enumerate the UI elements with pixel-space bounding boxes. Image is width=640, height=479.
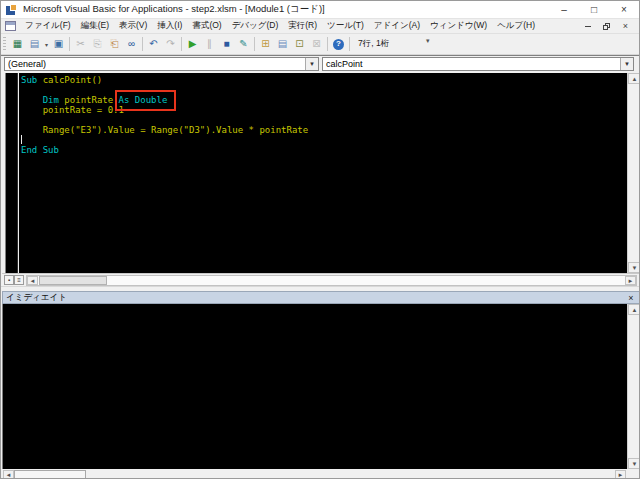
immediate-window-title: イミディエイト (3, 292, 624, 304)
menu-window[interactable]: ウィンドウ(W) (425, 19, 492, 33)
redo-icon: ↷ (166, 39, 174, 49)
child-close-button[interactable]: × (616, 20, 635, 33)
undo-button[interactable]: ↶ (145, 36, 162, 52)
procedure-dropdown-value: calcPoint (323, 59, 620, 69)
cut-button[interactable]: ✂ (72, 36, 89, 52)
project-explorer-button[interactable]: ⊞ (257, 36, 274, 52)
child-window-controls: × (578, 19, 639, 33)
menu-debug[interactable]: デバッグ(D) (227, 19, 284, 33)
excel-icon: ▦ (13, 39, 22, 49)
immediate-window-titlebar[interactable]: イミディエイト × (2, 291, 640, 304)
design-mode-button[interactable]: ✎ (235, 36, 252, 52)
scroll-up-arrow[interactable]: ▲ (628, 73, 640, 84)
toolbox-icon: ⊠ (312, 39, 320, 49)
scrollbar-thumb[interactable] (14, 470, 86, 479)
paste-button[interactable]: ⎗ (106, 36, 123, 52)
insert-userform-button[interactable]: ▤ (26, 36, 43, 52)
module-window-icon[interactable] (5, 21, 16, 31)
code-token: calcPoint() (37, 75, 102, 85)
reset-button[interactable]: ■ (218, 36, 235, 52)
binoculars-icon: ∞ (128, 39, 135, 49)
menu-run[interactable]: 実行(R) (283, 19, 322, 33)
toolbar-separator (181, 37, 182, 51)
scroll-down-arrow[interactable]: ▼ (628, 262, 640, 273)
code-token: pointRate (59, 95, 119, 105)
margin-indicator-bar[interactable] (5, 73, 18, 273)
object-dropdown-value: (General) (5, 59, 305, 69)
menu-bar: ファイル(F) 編集(E) 表示(V) 挿入(I) 書式(O) デバッグ(D) … (1, 19, 639, 34)
toolbar-separator (69, 37, 70, 51)
menu-format[interactable]: 書式(O) (187, 19, 226, 33)
view-microsoft-excel-button[interactable]: ▦ (9, 36, 26, 52)
code-horizontal-scrollbar[interactable]: ◄ ► (26, 275, 637, 286)
project-explorer-icon: ⊞ (261, 39, 269, 49)
scroll-left-arrow[interactable]: ◄ (3, 470, 14, 479)
break-button[interactable]: ∥ (201, 36, 218, 52)
child-minimize-button[interactable] (578, 20, 597, 33)
menu-edit[interactable]: 編集(E) (76, 19, 114, 33)
code-line (21, 135, 308, 145)
text-caret (21, 135, 22, 144)
window-title: Microsoft Visual Basic for Applications … (23, 3, 325, 16)
undo-icon: ↶ (149, 39, 157, 49)
annotation-red-box (115, 90, 176, 111)
full-module-view-button[interactable]: ≡ (14, 275, 24, 285)
menu-insert[interactable]: 挿入(I) (152, 19, 187, 33)
code-window-footer: ▪ ≡ ◄ ► (2, 273, 640, 286)
toolbox-button[interactable]: ⊠ (308, 36, 325, 52)
properties-window-button[interactable]: ▤ (274, 36, 291, 52)
toolbar-grip[interactable] (3, 37, 6, 52)
properties-icon: ▤ (278, 39, 287, 49)
menu-addins[interactable]: アドイン(A) (369, 19, 425, 33)
save-button[interactable]: ▣ (50, 36, 67, 52)
userform-icon: ▤ (30, 39, 39, 49)
scrollbar-thumb[interactable] (39, 276, 107, 285)
insert-dropdown-arrow[interactable]: ▾ (43, 41, 50, 48)
immediate-window-content[interactable]: ▲ ▼ (2, 304, 640, 469)
chevron-down-icon[interactable]: ▼ (620, 58, 633, 70)
close-button[interactable]: × (609, 1, 639, 18)
minimize-button[interactable]: – (549, 1, 579, 18)
scroll-left-arrow[interactable]: ◄ (27, 276, 38, 285)
find-button[interactable]: ∞ (123, 36, 140, 52)
play-icon: ▶ (189, 39, 197, 49)
procedure-dropdown[interactable]: calcPoint ▼ (322, 57, 634, 71)
copy-button[interactable]: ⎘ (89, 36, 106, 52)
pause-icon: ∥ (207, 39, 212, 49)
toolbar-separator (254, 37, 255, 51)
code-line: End Sub (21, 145, 308, 155)
scroll-down-arrow[interactable]: ▼ (628, 458, 640, 469)
object-dropdown[interactable]: (General) ▼ (4, 57, 319, 71)
child-restore-button[interactable] (597, 20, 616, 33)
stop-icon: ■ (223, 39, 229, 49)
immediate-horizontal-scrollbar[interactable]: ◄ ► (2, 469, 640, 479)
help-icon: ? (333, 39, 344, 50)
code-vertical-scrollbar[interactable]: ▲ ▼ (627, 73, 640, 273)
code-text-area[interactable]: Sub calcPoint() Dim pointRate As Double … (19, 73, 627, 273)
run-button[interactable]: ▶ (184, 36, 201, 52)
code-token: pointRate = 0.1 (21, 105, 124, 115)
title-bar: Microsoft Visual Basic for Applications … (1, 1, 639, 19)
chevron-down-icon[interactable]: ▼ (305, 58, 318, 70)
menu-file[interactable]: ファイル(F) (20, 19, 76, 33)
scroll-up-arrow[interactable]: ▲ (628, 304, 640, 315)
menu-tools[interactable]: ツール(T) (322, 19, 369, 33)
redo-button[interactable]: ↷ (162, 36, 179, 52)
copy-icon: ⎘ (94, 39, 102, 49)
maximize-button[interactable]: □ (579, 1, 609, 18)
restore-icon (603, 23, 610, 30)
object-browser-button[interactable]: ⊡ (291, 36, 308, 52)
immediate-close-button[interactable]: × (624, 292, 638, 303)
procedure-view-button[interactable]: ▪ (4, 275, 14, 285)
code-line: Sub calcPoint() (21, 75, 308, 85)
immediate-vertical-scrollbar[interactable]: ▲ ▼ (627, 304, 640, 469)
help-button[interactable]: ? (330, 36, 347, 52)
menu-view[interactable]: 表示(V) (114, 19, 152, 33)
scroll-right-arrow[interactable]: ► (625, 276, 636, 285)
toolbar-options-arrow[interactable]: ▾ (426, 37, 430, 45)
scroll-right-arrow[interactable]: ► (615, 470, 626, 479)
menu-help[interactable]: ヘルプ(H) (492, 19, 540, 33)
scissors-icon: ✂ (76, 39, 84, 49)
keyword-token: Dim (43, 95, 59, 105)
save-icon: ▣ (54, 39, 63, 49)
